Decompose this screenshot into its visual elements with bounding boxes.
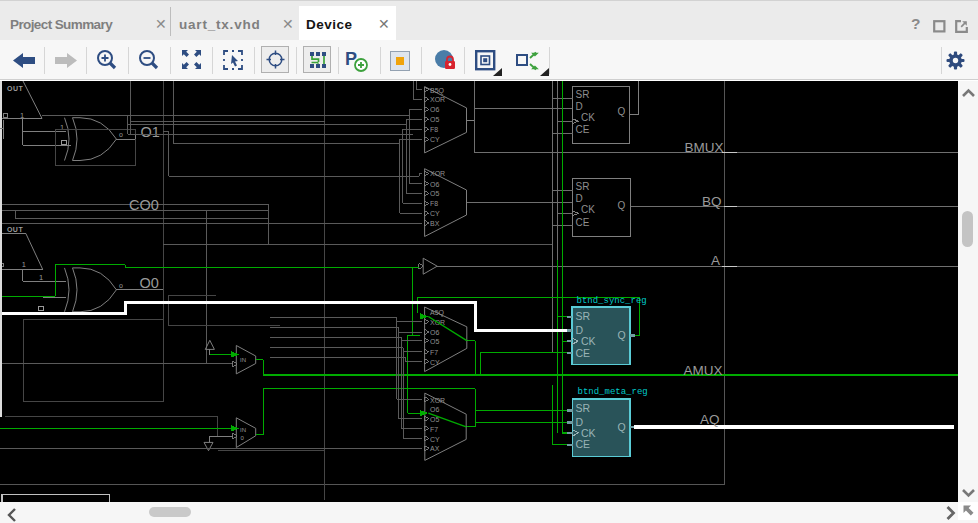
- svg-text:CY: CY: [430, 136, 440, 143]
- svg-text:CO0: CO0: [129, 197, 159, 213]
- svg-text:CE: CE: [576, 347, 591, 359]
- svg-text:F7: F7: [430, 349, 438, 356]
- svg-text:CK: CK: [581, 112, 595, 123]
- svg-text:O6: O6: [430, 106, 439, 113]
- svg-text:O0: O0: [140, 275, 159, 291]
- svg-text:XOR: XOR: [430, 170, 445, 177]
- svg-text:O6: O6: [430, 329, 439, 336]
- svg-text:1: 1: [39, 273, 43, 282]
- svg-text:AMUX: AMUX: [684, 363, 723, 378]
- svg-text:CK: CK: [581, 335, 596, 347]
- svg-text:Q: Q: [618, 421, 626, 433]
- svg-text:IN: IN: [240, 427, 246, 433]
- svg-text:OUT: OUT: [7, 226, 24, 233]
- svg-text:SR: SR: [576, 310, 591, 322]
- svg-text:CE: CE: [576, 124, 590, 135]
- svg-text:1: 1: [60, 123, 64, 132]
- svg-text:O5: O5: [430, 190, 439, 197]
- svg-text:O1: O1: [141, 124, 160, 140]
- svg-text:IN: IN: [240, 357, 246, 363]
- svg-text:CK: CK: [581, 204, 595, 215]
- svg-text:OUT: OUT: [7, 85, 24, 92]
- svg-text:btnd_meta_reg: btnd_meta_reg: [578, 387, 648, 397]
- svg-text:D: D: [576, 193, 583, 204]
- svg-text:CE: CE: [576, 217, 590, 228]
- svg-text:CE: CE: [576, 438, 591, 450]
- svg-text:F7: F7: [430, 426, 438, 433]
- svg-text:CK: CK: [581, 427, 596, 439]
- svg-text:SR: SR: [576, 181, 590, 192]
- svg-text:CY: CY: [430, 210, 440, 217]
- svg-text:O6: O6: [430, 181, 439, 188]
- svg-text:CY: CY: [430, 359, 440, 366]
- svg-text:Q: Q: [618, 329, 626, 341]
- svg-text:BX: BX: [430, 220, 440, 227]
- svg-text:1: 1: [20, 111, 24, 120]
- svg-text:1: 1: [22, 260, 26, 269]
- svg-text:A: A: [711, 253, 720, 268]
- svg-text:B5Q: B5Q: [430, 87, 445, 95]
- svg-text:btnd_sync_reg: btnd_sync_reg: [577, 296, 647, 306]
- svg-text:F8: F8: [430, 200, 438, 207]
- svg-text:SR: SR: [576, 402, 591, 414]
- svg-text:O6: O6: [430, 406, 439, 413]
- svg-text:o: o: [119, 131, 123, 138]
- svg-text:BQ: BQ: [702, 194, 722, 209]
- svg-text:A5Q: A5Q: [430, 309, 445, 317]
- svg-text:Q: Q: [618, 106, 626, 117]
- svg-text:Q: Q: [618, 200, 626, 211]
- svg-text:BMUX: BMUX: [685, 140, 724, 155]
- svg-text:XOR: XOR: [430, 397, 445, 404]
- svg-text:o: o: [119, 282, 123, 289]
- svg-text:O5: O5: [430, 338, 439, 345]
- svg-text:AQ: AQ: [700, 412, 720, 427]
- svg-text:F8: F8: [430, 126, 438, 133]
- svg-text:O5: O5: [430, 116, 439, 123]
- svg-text:XOR: XOR: [430, 96, 445, 103]
- svg-text:CY: CY: [430, 436, 440, 443]
- svg-text:0: 0: [241, 435, 245, 441]
- svg-text:SR: SR: [576, 89, 590, 100]
- svg-text:D: D: [576, 101, 583, 112]
- svg-text:AX: AX: [430, 445, 440, 452]
